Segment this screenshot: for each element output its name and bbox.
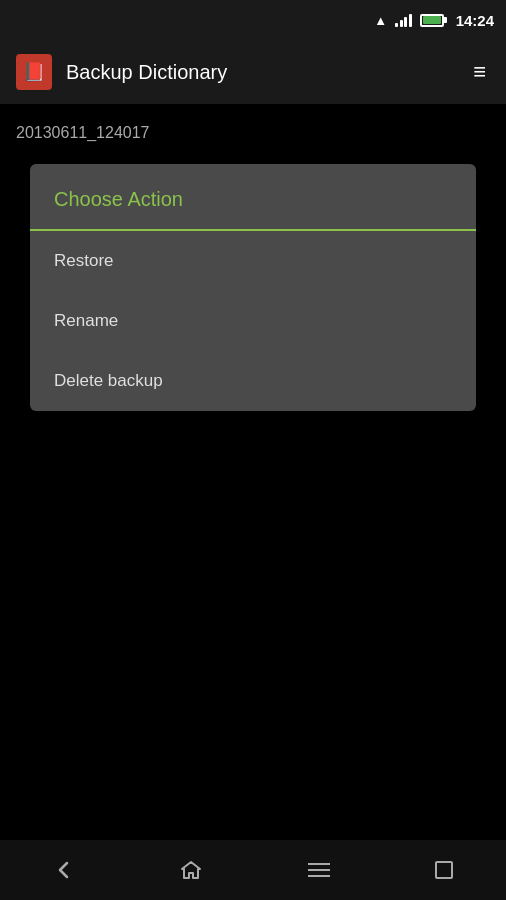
signal-icon <box>395 13 412 27</box>
main-content: 20130611_124017 Choose Action Restore Re… <box>0 104 506 182</box>
app-title: Backup Dictionary <box>66 61 455 84</box>
recent-apps-menu-button[interactable] <box>288 855 350 885</box>
app-bar: 📕 Backup Dictionary ≡ <box>0 40 506 104</box>
dialog-title: Choose Action <box>30 164 476 229</box>
recent-apps-button[interactable] <box>415 853 473 887</box>
status-time: 14:24 <box>456 12 494 29</box>
svg-marker-0 <box>182 862 200 878</box>
restore-button[interactable]: Restore <box>30 231 476 291</box>
home-button[interactable] <box>160 851 222 889</box>
delete-backup-button[interactable]: Delete backup <box>30 351 476 411</box>
wifi-icon: ▲ <box>374 13 387 28</box>
battery-icon <box>420 14 444 27</box>
bottom-navigation <box>0 840 506 900</box>
overflow-menu-button[interactable]: ≡ <box>469 55 490 89</box>
back-button[interactable] <box>33 851 95 889</box>
status-bar: ▲ 14:24 <box>0 0 506 40</box>
rename-button[interactable]: Rename <box>30 291 476 351</box>
square-icon <box>435 861 453 879</box>
backup-filename: 20130611_124017 <box>16 124 490 142</box>
app-icon: 📕 <box>16 54 52 90</box>
home-icon <box>180 859 202 881</box>
hamburger-icon <box>308 863 330 877</box>
choose-action-dialog: Choose Action Restore Rename Delete back… <box>30 164 476 411</box>
back-icon <box>53 859 75 881</box>
